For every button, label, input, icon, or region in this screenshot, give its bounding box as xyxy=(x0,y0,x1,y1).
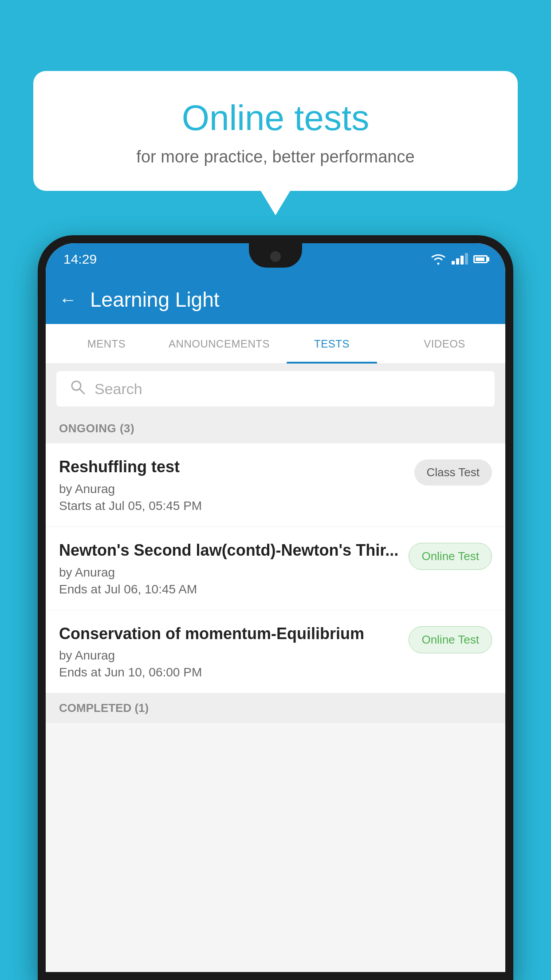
tab-tests[interactable]: TESTS xyxy=(276,324,388,364)
status-icons xyxy=(430,253,488,265)
bubble-title: Online tests xyxy=(55,98,496,138)
app-bar-title: Learning Light xyxy=(90,288,220,312)
speech-bubble: Online tests for more practice, better p… xyxy=(33,71,518,191)
test-info: Conservation of momentum-Equilibrium by … xyxy=(59,624,400,680)
tab-bar: MENTS ANNOUNCEMENTS TESTS VIDEOS xyxy=(46,324,505,364)
wifi-icon xyxy=(430,253,446,265)
test-name: Conservation of momentum-Equilibrium xyxy=(59,624,400,644)
ongoing-section-header: ONGOING (3) xyxy=(46,414,505,443)
phone-inner: 14:29 xyxy=(46,243,505,972)
phone-frame: 14:29 xyxy=(38,235,513,980)
signal-icon xyxy=(452,254,468,265)
battery-icon xyxy=(473,255,488,263)
test-author: by Anurag xyxy=(59,482,405,496)
notch xyxy=(249,243,302,268)
test-name: Reshuffling test xyxy=(59,457,405,478)
test-badge-online: Online Test xyxy=(409,543,492,570)
tab-announcements[interactable]: ANNOUNCEMENTS xyxy=(163,324,276,364)
test-time: Ends at Jul 06, 10:45 AM xyxy=(59,582,400,597)
test-item[interactable]: Conservation of momentum-Equilibrium by … xyxy=(46,610,505,694)
search-box[interactable]: Search xyxy=(56,371,495,407)
test-list: Reshuffling test by Anurag Starts at Jul… xyxy=(46,443,505,693)
back-button[interactable]: ← xyxy=(59,290,77,310)
test-badge-class: Class Test xyxy=(414,459,492,486)
search-icon xyxy=(70,379,86,399)
test-time: Ends at Jun 10, 06:00 PM xyxy=(59,665,400,680)
test-item[interactable]: Newton's Second law(contd)-Newton's Thir… xyxy=(46,527,505,610)
search-input-placeholder: Search xyxy=(94,380,142,398)
status-time: 14:29 xyxy=(63,252,97,267)
test-time: Starts at Jul 05, 05:45 PM xyxy=(59,499,405,513)
test-info: Newton's Second law(contd)-Newton's Thir… xyxy=(59,540,400,597)
tab-assignments[interactable]: MENTS xyxy=(50,324,163,364)
test-info: Reshuffling test by Anurag Starts at Jul… xyxy=(59,457,405,513)
test-item[interactable]: Reshuffling test by Anurag Starts at Jul… xyxy=(46,443,505,527)
status-bar: 14:29 xyxy=(46,243,505,275)
test-name: Newton's Second law(contd)-Newton's Thir… xyxy=(59,540,400,561)
bubble-subtitle: for more practice, better performance xyxy=(55,147,496,166)
app-bar: ← Learning Light xyxy=(46,275,505,324)
svg-line-1 xyxy=(80,389,84,394)
search-container: Search xyxy=(46,364,505,414)
test-author: by Anurag xyxy=(59,565,400,580)
test-author: by Anurag xyxy=(59,648,400,663)
test-badge-online: Online Test xyxy=(409,626,492,653)
completed-section-header: COMPLETED (1) xyxy=(46,693,505,723)
camera-icon xyxy=(270,251,281,262)
tab-videos[interactable]: VIDEOS xyxy=(388,324,501,364)
